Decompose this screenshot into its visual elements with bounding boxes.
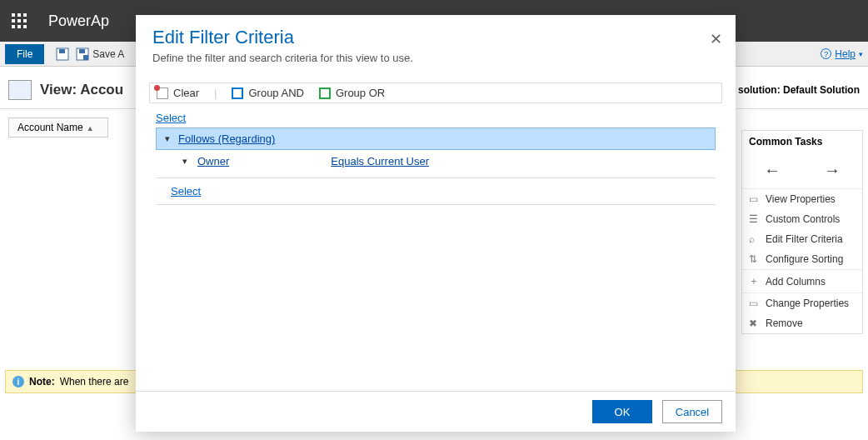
group-label[interactable]: Follows (Regarding) [178, 132, 275, 145]
common-tasks-panel: Common Tasks ← → ▭View Properties ☰Custo… [741, 130, 863, 334]
chevron-down-icon: ▾ [859, 50, 863, 58]
info-text: When there are [60, 376, 129, 388]
close-button[interactable]: ✕ [710, 30, 722, 48]
properties-icon: ▭ [749, 193, 761, 205]
add-icon: ＋ [749, 274, 761, 288]
cancel-button[interactable]: Cancel [662, 400, 722, 423]
svg-rect-1 [59, 49, 65, 53]
clear-label: Clear [173, 87, 199, 99]
app-title: PowerAp [48, 12, 109, 30]
condition-row: ▾ Owner Equals Current User [156, 150, 716, 172]
task-change-properties[interactable]: ▭Change Properties [742, 293, 862, 313]
view-title: View: Accou [40, 82, 123, 98]
solution-label: n solution: Default Solution [729, 84, 860, 96]
task-edit-filter[interactable]: ⌕Edit Filter Criteria [742, 229, 862, 249]
filter-icon: ⌕ [749, 233, 761, 245]
condition-operator[interactable]: Equals Current User [331, 155, 429, 168]
task-configure-sorting[interactable]: ⇅Configure Sorting [742, 249, 862, 269]
clear-button[interactable]: Clear [157, 87, 199, 99]
help-link[interactable]: ? Help ▾ [821, 48, 863, 60]
modal-subtitle: Define the filter and search criteria fo… [152, 52, 719, 64]
modal-title: Edit Filter Criteria [152, 27, 719, 48]
remove-icon: ✖ [749, 318, 761, 329]
arrow-right-icon[interactable]: → [824, 161, 841, 180]
ok-button[interactable]: OK [592, 400, 652, 423]
task-add-columns[interactable]: ＋Add Columns [742, 270, 862, 292]
filter-group-header[interactable]: ▾ Follows (Regarding) [156, 128, 716, 150]
common-tasks-header: Common Tasks [742, 131, 862, 152]
condition-field[interactable]: Owner [197, 155, 229, 168]
filter-area: Select ▾ Follows (Regarding) ▾ Owner Equ… [149, 108, 722, 207]
column-account-name[interactable]: Account Name▲ [8, 118, 108, 138]
modal-footer: OK Cancel [136, 391, 736, 432]
chevron-down-icon[interactable]: ▾ [182, 156, 187, 167]
info-label: Note: [29, 376, 55, 388]
modal-header: Edit Filter Criteria Define the filter a… [136, 15, 736, 72]
select-bottom-row: Select [156, 178, 716, 205]
svg-rect-3 [79, 49, 85, 53]
save-as-icon[interactable] [76, 48, 89, 61]
help-label: Help [835, 48, 856, 60]
chevron-down-icon: ▾ [165, 133, 170, 144]
task-custom-controls[interactable]: ☰Custom Controls [742, 209, 862, 229]
task-remove[interactable]: ✖Remove [742, 313, 862, 333]
group-and-label: Group AND [248, 87, 303, 99]
edit-filter-modal: ✕ Edit Filter Criteria Define the filter… [136, 15, 736, 432]
group-or-icon [319, 88, 331, 99]
group-and-icon [232, 88, 243, 99]
controls-icon: ☰ [749, 213, 761, 225]
group-and-button[interactable]: Group AND [232, 87, 303, 99]
svg-rect-4 [83, 55, 88, 60]
view-icon [8, 80, 32, 100]
column-label: Account Name [17, 122, 83, 133]
select-bottom-link[interactable]: Select [171, 183, 201, 199]
sort-icon: ⇅ [749, 253, 761, 265]
waffle-icon[interactable] [7, 8, 32, 33]
modal-body: Clear | Group AND Group OR Select ▾ Foll… [136, 72, 736, 391]
file-button[interactable]: File [5, 44, 44, 64]
save-icon[interactable] [56, 48, 69, 61]
sort-asc-icon: ▲ [87, 124, 94, 132]
save-as-label: Save A [92, 48, 124, 60]
change-icon: ▭ [749, 298, 761, 309]
arrow-left-icon[interactable]: ← [764, 161, 781, 180]
group-or-label: Group OR [336, 87, 385, 99]
help-icon: ? [821, 48, 831, 59]
group-or-button[interactable]: Group OR [319, 87, 385, 99]
task-view-properties[interactable]: ▭View Properties [742, 189, 862, 209]
info-icon: i [12, 376, 24, 388]
filter-toolbar: Clear | Group AND Group OR [149, 82, 722, 103]
select-top-link[interactable]: Select [156, 110, 186, 126]
clear-icon [157, 88, 168, 99]
